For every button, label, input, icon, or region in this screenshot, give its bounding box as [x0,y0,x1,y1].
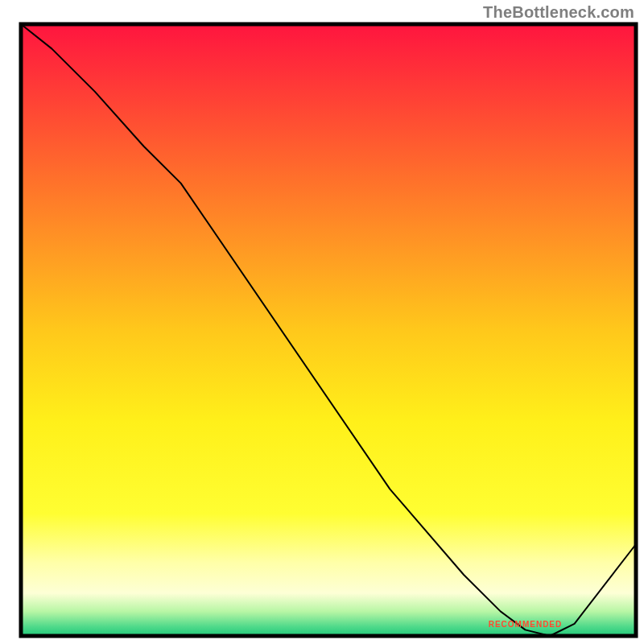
attribution-label: TheBottleneck.com [483,3,634,22]
plot-area: RECOMMENDED [21,24,636,636]
annotation-0: RECOMMENDED [489,620,563,629]
chart-container: TheBottleneck.com RECOMMENDED [0,0,644,644]
chart-background [21,24,636,636]
chart-svg: RECOMMENDED [0,0,644,644]
